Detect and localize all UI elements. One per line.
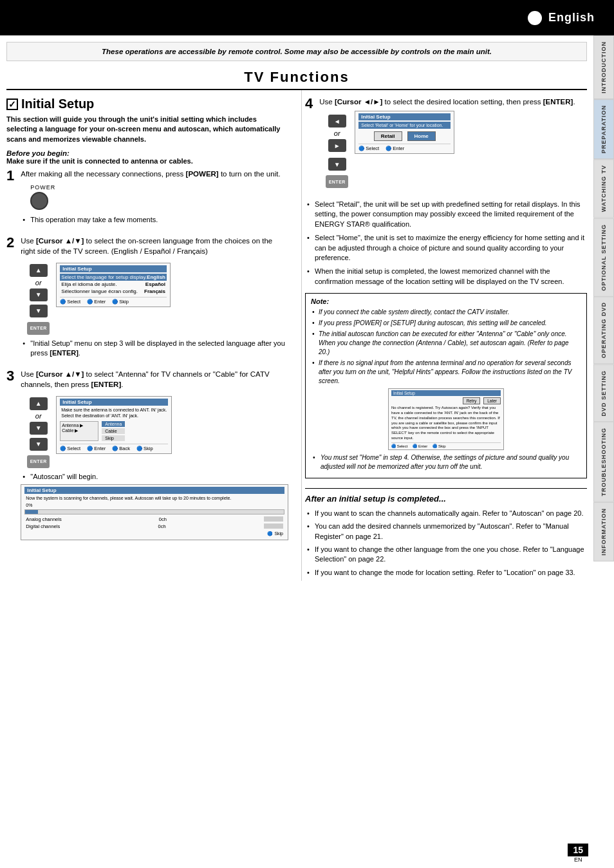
nav-dvd-setting[interactable]: DVD SETTING: [593, 364, 614, 422]
screen3-antenna-cable: Antenna ▶ Cable ▶: [60, 421, 98, 441]
inner-screen-title: Initial Setup: [391, 390, 501, 396]
screen4-prompt: Select 'Retail' or 'Home' for your locat…: [358, 122, 451, 129]
cable-option: Cable: [102, 428, 125, 434]
digital-bar: [264, 524, 283, 529]
step-3-area: ▲ or ▼ ▼ ENTER Initial Setup Make sure t…: [21, 393, 288, 472]
inner-screen-footer: 🔵 Select 🔵 Enter 🔵 Skip: [391, 442, 501, 448]
inner-footer-select: 🔵 Select: [391, 444, 407, 448]
step-3-controls: ▲ or ▼ ▼ ENTER: [27, 397, 50, 468]
step-2-bullet: "Initial Setup" menu on step 3 will be d…: [30, 339, 288, 359]
step-2-text: Use [Cursor ▲/▼] to select the on-screen…: [21, 236, 288, 256]
nav-troubleshooting[interactable]: TROUBLESHOOTING: [593, 422, 614, 502]
step-4-text: Use [Cursor ◄/►] to select the desired l…: [319, 97, 587, 107]
language-label: English: [548, 11, 595, 24]
step-3-number: 3: [6, 369, 14, 383]
footer-back-3: 🔵 Back: [112, 446, 130, 451]
nav-introduction[interactable]: INTRODUCTION: [593, 35, 614, 99]
screen-prompt: Select the language for setup display.: [61, 274, 147, 280]
note-title: Note:: [311, 297, 581, 305]
antenna-label: Antenna ▶: [62, 423, 97, 428]
autoscan-percent: 0%: [24, 502, 284, 508]
home-button[interactable]: Home: [407, 131, 436, 141]
step-4-bullet-2: Select "Home", the unit is set to maximi…: [315, 233, 587, 263]
down-arrow-2: ▼: [30, 305, 48, 317]
inner-footer-enter: 🔵 Enter: [413, 444, 427, 448]
section-heading: ✓ Initial Setup: [6, 97, 288, 111]
footer-skip: 🔵 Skip: [112, 299, 129, 305]
progress-fill: [25, 510, 38, 514]
or-label-3: or: [35, 412, 42, 420]
note-box: Note: If you connect the cable system di…: [305, 293, 587, 478]
screen3-text1: Make sure the antenna is connected to AN…: [60, 407, 168, 413]
top-bar: English: [0, 0, 614, 35]
screen4-title: Initial Setup: [358, 113, 451, 120]
up-arrow: ▲: [30, 264, 48, 277]
page-title-section: TV Functions: [6, 61, 587, 90]
left-column: ✓ Initial Setup This section will guide …: [6, 90, 292, 581]
section-title: Initial Setup: [21, 97, 94, 111]
inner-screen-text: No channel is registered. Try Autoscan a…: [391, 406, 501, 441]
before-begin-title: Before you begin:: [6, 149, 288, 157]
screen3-text2: Select the destination of 'ANT. IN' jack…: [60, 413, 168, 419]
step-1-number: 1: [6, 169, 14, 183]
main-content: These operations are accessible by remot…: [0, 42, 593, 581]
retail-home-buttons: Retail Home: [358, 131, 451, 141]
step-1-text: After making all the necessary connectio…: [21, 169, 288, 179]
two-column-layout: ✓ Initial Setup This section will guide …: [6, 90, 587, 581]
footer-enter-3: 🔵 Enter: [87, 446, 106, 451]
step-1: 1 After making all the necessary connect…: [6, 169, 288, 227]
step-4-area: ◄ or ► ▼ ENTER Initial Setup Select 'Ret…: [319, 111, 587, 192]
antenna-option: Antenna: [102, 421, 125, 427]
screen-title: Initial Setup: [60, 265, 167, 272]
digital-count: 0ch: [158, 524, 166, 529]
nav-operating-dvd[interactable]: OPERATING DVD: [593, 296, 614, 364]
notice-banner: These operations are accessible by remot…: [6, 42, 587, 61]
step-2-screen: Initial Setup Select the language for se…: [56, 263, 171, 307]
footer-select-3: 🔵 Select: [60, 446, 80, 451]
autoscan-screen: Initial Setup Now the system is scanning…: [21, 484, 288, 540]
power-illustration: POWER: [30, 184, 288, 210]
step-3-text: Use [Cursor ▲/▼] to select "Antenna" for…: [21, 369, 288, 390]
after-setup-title: After an initial setup is completed...: [305, 494, 587, 504]
later-button[interactable]: Later: [483, 397, 501, 404]
step-2-controls: ▲ or ▼ ▼ ENTER: [27, 264, 50, 335]
step-4-bullet-1: Select "Retail", the unit will be set up…: [315, 200, 587, 229]
retail-button[interactable]: Retail: [374, 131, 402, 141]
down-arrow-1: ▼: [30, 288, 48, 301]
autoscan-skip: 🔵 Skip: [267, 531, 283, 536]
down-arrow-4: ▼: [328, 158, 346, 171]
footer-skip-3: 🔵 Skip: [136, 446, 153, 451]
screen4-footer: 🔵 Select 🔵 Enter: [358, 144, 451, 151]
french-option: Français: [144, 288, 165, 294]
progress-bar: [24, 509, 284, 514]
inner-footer-skip: 🔵 Skip: [433, 444, 445, 448]
screen3-title: Initial Setup: [60, 399, 168, 406]
nav-watching-tv[interactable]: WATCHING TV: [593, 159, 614, 218]
footer-enter-4: 🔵 Enter: [386, 146, 404, 151]
step-2: 2 Use [Cursor ▲/▼] to select the on-scre…: [6, 236, 288, 361]
step-4: 4 Use [Cursor ◄/►] to select the desired…: [305, 97, 587, 192]
screen3-footer: 🔵 Select 🔵 Enter 🔵 Back 🔵 Skip: [60, 444, 168, 451]
after-bullet-2: You can add the desired channels unmemor…: [315, 522, 587, 542]
step-1-bullet: This operation may take a few moments.: [30, 215, 288, 225]
step-4-bullet-3: When the initial setup is completed, the…: [315, 267, 587, 287]
cable-label: Cable ▶: [62, 428, 97, 433]
retry-later-area: Retry Later: [391, 397, 501, 404]
down-arrow-3b: ▼: [30, 438, 48, 451]
analog-label: Analog channels: [26, 516, 61, 522]
nav-optional-setting[interactable]: OPTIONAL SETTING: [593, 218, 614, 297]
nav-preparation[interactable]: PREPARATION: [593, 99, 614, 159]
screen3-options-area: Antenna ▶ Cable ▶ Antenna Cable Skip: [60, 421, 168, 441]
screen-row-spanish: Elija el idioma de ajuste. Español: [60, 281, 167, 288]
analog-row: Analog channels 0ch: [24, 516, 284, 523]
retry-button[interactable]: Retry: [463, 397, 481, 404]
after-bullet-1: If you want to scan the channels automat…: [315, 509, 587, 518]
screen-prompt-fr: Sélectionner langue écran config.: [61, 288, 138, 294]
nav-information[interactable]: INFORMATION: [593, 502, 614, 561]
skip-option: Skip: [102, 435, 125, 441]
after-setup-section: After an initial setup is completed... I…: [305, 488, 587, 578]
step-2-number: 2: [6, 236, 14, 250]
footer-select: 🔵 Select: [60, 299, 80, 305]
digital-label: Digital channels: [26, 524, 60, 529]
right-column: 4 Use [Cursor ◄/►] to select the desired…: [301, 90, 587, 581]
